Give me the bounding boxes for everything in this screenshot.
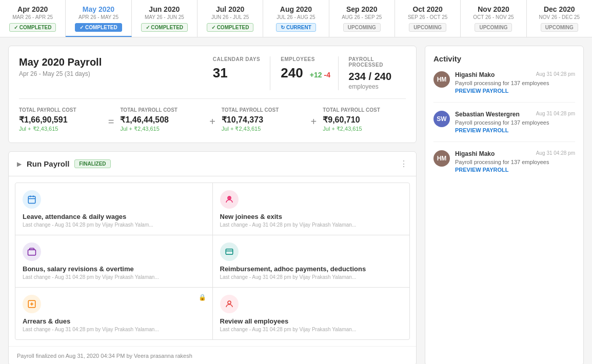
month-name: Jul 2020	[202, 5, 259, 13]
month-name: Dec 2020	[531, 5, 588, 13]
activity-header-row: Higashi Mako Aug 31 04:28 pm	[455, 150, 575, 157]
month-tab-sep2020[interactable]: Sep 2020 AUG 26 - SEP 25 UPCOMING	[329, 0, 395, 37]
right-panel: Activity HM Higashi Mako Aug 31 04:28 pm…	[425, 46, 584, 364]
lock-icon: 🔒	[199, 294, 206, 301]
cost-value: ₹9,60,710	[323, 115, 406, 125]
activity-user: Higashi Mako	[455, 71, 495, 78]
bonus-icon	[23, 242, 41, 261]
module-arrears[interactable]: 🔒 Arrears & dues Last change - Aug 31 04…	[15, 288, 212, 339]
activity-body: Higashi Mako Aug 31 04:28 pm Payroll pro…	[455, 71, 575, 94]
cost-sub: Jul + ₹2,43,615	[323, 126, 406, 132]
avatar: HM	[433, 71, 450, 88]
date-range: APR 26 - MAY 25	[70, 14, 127, 20]
module-name: Bonus, salary revisions & overtime	[23, 265, 205, 273]
cost-item-0: TOTAL PAYROLL COST ₹1,66,90,591 Jul + ₹2…	[19, 107, 102, 132]
month-tab-nov2020[interactable]: Nov 2020 OCT 26 - NOV 25 UPCOMING	[461, 0, 526, 37]
month-tab-jul2020[interactable]: Jul 2020 JUN 26 - JUL 25 ✓ COMPLETED	[198, 0, 263, 37]
cost-item-2: TOTAL PAYROLL COST ₹10,74,373 Jul + ₹2,4…	[222, 107, 305, 132]
month-tab-jun2020[interactable]: Jun 2020 MAY 26 - JUN 25 ✓ COMPLETED	[132, 0, 198, 37]
activity-item-act1: HM Higashi Mako Aug 31 04:28 pm Payroll …	[433, 71, 575, 103]
run-payroll-header: ▶ Run Payroll FINALIZED ⋮	[9, 152, 416, 176]
main-content: May 2020 Payroll Apr 26 - May 25 (31 day…	[0, 37, 592, 364]
date-range: OCT 26 - NOV 25	[465, 14, 522, 20]
activity-list: HM Higashi Mako Aug 31 04:28 pm Payroll …	[433, 71, 575, 181]
avatar: SW	[433, 111, 450, 127]
cost-sub: Jul + ₹2,43,615	[19, 126, 102, 132]
month-name: May 2020	[70, 5, 127, 13]
month-tab-oct2020[interactable]: Oct 2020 SEP 26 - OCT 25 UPCOMING	[395, 0, 461, 37]
svg-rect-6	[226, 249, 233, 255]
reimbursement-icon	[220, 242, 239, 261]
plus-operator: +	[309, 116, 319, 128]
payroll-title: May 2020 Payroll	[19, 56, 102, 68]
status-badge: ✓ COMPLETED	[141, 23, 188, 32]
activity-user: Higashi Mako	[455, 150, 495, 157]
processed-value: 234 / 240	[349, 71, 391, 82]
module-reimbursement[interactable]: Reimbursement, adhoc payments, deduction…	[213, 235, 410, 287]
module-bonus[interactable]: Bonus, salary revisions & overtime Last …	[15, 235, 212, 287]
activity-desc: Payroll processing for 137 employees	[455, 119, 575, 126]
activity-user: Sebastian Westergren	[455, 111, 520, 118]
finalized-footer: Payroll finalized on Aug 31, 2020 04:34 …	[9, 346, 416, 364]
month-tab-apr2020[interactable]: Apr 2020 MAR 26 - APR 25 ✓ COMPLETED	[0, 0, 66, 37]
module-review[interactable]: Review all employees Last change - Aug 3…	[213, 288, 410, 339]
activity-preview-link[interactable]: PREVIEW PAYROLL	[455, 127, 575, 133]
status-badge: UPCOMING	[541, 23, 578, 32]
plus-operator: +	[207, 116, 218, 128]
activity-body: Sebastian Westergren Aug 31 04:28 pm Pay…	[455, 111, 575, 133]
module-name: Review all employees	[220, 317, 403, 325]
employees-minus: -4	[324, 71, 330, 79]
module-last-change: Last change - Aug 31 04:28 pm by Vijay P…	[23, 274, 205, 280]
module-name: New joinees & exits	[220, 213, 403, 220]
cost-breakdown: TOTAL PAYROLL COST ₹1,66,90,591 Jul + ₹2…	[19, 107, 406, 132]
module-last-change: Last change - Aug 31 04:28 pm by Vijay P…	[220, 222, 403, 228]
payroll-period: Apr 26 - May 25 (31 days)	[19, 70, 102, 77]
status-badge: UPCOMING	[409, 23, 446, 32]
calendar-days-label: CALENDAR DAYS	[213, 56, 270, 62]
activity-desc: Payroll processing for 137 employees	[455, 159, 575, 165]
activity-time: Aug 31 04:28 pm	[536, 71, 575, 77]
activity-title: Activity	[433, 54, 575, 63]
avatar: HM	[433, 150, 450, 167]
module-joiners[interactable]: New joinees & exits Last change - Aug 31…	[213, 183, 410, 235]
month-name: Oct 2020	[399, 5, 456, 13]
month-tab-aug2020[interactable]: Aug 2020 JUL 26 - AUG 25 ↻ CURRENT	[263, 0, 329, 37]
cost-label: TOTAL PAYROLL COST	[120, 107, 203, 113]
activity-preview-link[interactable]: PREVIEW PAYROLL	[455, 88, 575, 94]
status-badge: ✓ COMPLETED	[207, 23, 254, 32]
activity-header-row: Sebastian Westergren Aug 31 04:28 pm	[455, 111, 575, 118]
payroll-modules-grid: Leave, attendance & daily wages Last cha…	[15, 183, 410, 340]
run-payroll-card: ▶ Run Payroll FINALIZED ⋮ Leave, attenda…	[8, 151, 417, 364]
stat-calendar-days: CALENDAR DAYS 31	[213, 56, 270, 90]
module-name: Leave, attendance & daily wages	[23, 213, 205, 220]
svg-point-11	[228, 301, 231, 304]
payroll-stats: CALENDAR DAYS 31 EMPLOYEES 240 +12 -4	[213, 56, 406, 90]
activity-body: Higashi Mako Aug 31 04:28 pm Payroll pro…	[455, 150, 575, 173]
joiners-icon	[220, 190, 239, 209]
date-range: MAR 26 - APR 25	[4, 14, 61, 20]
month-tab-may2020[interactable]: May 2020 APR 26 - MAY 25 ✓ COMPLETED	[66, 0, 131, 37]
cost-value: ₹1,66,90,591	[19, 115, 102, 125]
payroll-summary-card: May 2020 Payroll Apr 26 - May 25 (31 day…	[8, 46, 417, 143]
month-name: Aug 2020	[267, 5, 324, 13]
cost-label: TOTAL PAYROLL COST	[19, 107, 102, 113]
module-leave[interactable]: Leave, attendance & daily wages Last cha…	[15, 183, 212, 235]
employees-plus: +12	[310, 71, 322, 79]
expand-icon[interactable]: ▶	[17, 160, 22, 168]
arrears-icon	[23, 295, 41, 313]
month-tab-dec2020[interactable]: Dec 2020 NOV 26 - DEC 25 UPCOMING	[527, 0, 592, 37]
leave-icon	[23, 190, 41, 209]
activity-preview-link[interactable]: PREVIEW PAYROLL	[455, 167, 575, 173]
cost-item-1: TOTAL PAYROLL COST ₹1,46,44,508 Jul + ₹2…	[120, 107, 203, 132]
month-name: Apr 2020	[4, 5, 61, 13]
payroll-title-group: May 2020 Payroll Apr 26 - May 25 (31 day…	[19, 56, 102, 77]
activity-item-act3: HM Higashi Mako Aug 31 04:28 pm Payroll …	[433, 150, 575, 181]
stat-employees: EMPLOYEES 240 +12 -4	[270, 56, 338, 90]
activity-card: Activity HM Higashi Mako Aug 31 04:28 pm…	[425, 46, 584, 364]
module-name: Arrears & dues	[23, 317, 205, 325]
cost-value: ₹1,46,44,508	[120, 115, 203, 125]
left-panel: May 2020 Payroll Apr 26 - May 25 (31 day…	[8, 46, 417, 364]
status-badge: UPCOMING	[343, 23, 381, 32]
module-last-change: Last change - Aug 31 04:28 pm by Vijay P…	[23, 327, 205, 332]
more-options-icon[interactable]: ⋮	[400, 159, 408, 169]
